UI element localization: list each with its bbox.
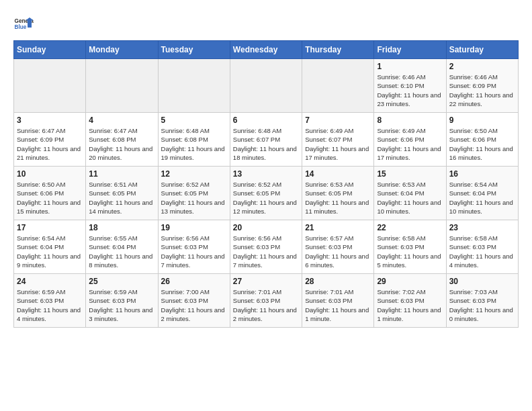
calendar-cell: 4Sunrise: 6:47 AM Sunset: 6:08 PM Daylig… [86, 113, 158, 167]
weekday-header-friday: Friday [374, 41, 446, 59]
day-number: 16 [449, 169, 515, 179]
day-number: 21 [305, 223, 371, 232]
calendar-table: SundayMondayTuesdayWednesdayThursdayFrid… [13, 40, 519, 328]
calendar-cell: 25Sunrise: 6:59 AM Sunset: 6:03 PM Dayli… [86, 274, 158, 328]
day-info: Sunrise: 6:55 AM Sunset: 6:04 PM Dayligh… [89, 234, 154, 269]
day-number: 6 [233, 116, 299, 125]
week-row-4: 17Sunrise: 6:54 AM Sunset: 6:04 PM Dayli… [14, 220, 519, 274]
calendar-cell: 14Sunrise: 6:53 AM Sunset: 6:05 PM Dayli… [302, 167, 374, 220]
calendar-cell: 8Sunrise: 6:49 AM Sunset: 6:06 PM Daylig… [374, 113, 446, 167]
day-number: 13 [233, 169, 299, 179]
calendar-cell: 26Sunrise: 7:00 AM Sunset: 6:03 PM Dayli… [158, 274, 230, 328]
day-number: 14 [305, 169, 371, 179]
day-info: Sunrise: 6:56 AM Sunset: 6:03 PM Dayligh… [161, 234, 227, 269]
day-number: 9 [449, 116, 515, 125]
day-info: Sunrise: 7:03 AM Sunset: 6:03 PM Dayligh… [449, 287, 515, 323]
day-info: Sunrise: 6:48 AM Sunset: 6:08 PM Dayligh… [161, 126, 227, 162]
calendar-cell: 12Sunrise: 6:52 AM Sunset: 6:05 PM Dayli… [158, 167, 230, 220]
day-info: Sunrise: 6:49 AM Sunset: 6:06 PM Dayligh… [377, 126, 443, 162]
day-number: 10 [17, 169, 83, 179]
day-info: Sunrise: 6:58 AM Sunset: 6:03 PM Dayligh… [377, 234, 443, 269]
calendar-cell: 15Sunrise: 6:53 AM Sunset: 6:04 PM Dayli… [374, 167, 446, 220]
day-number: 7 [305, 116, 371, 125]
svg-text:Blue: Blue [15, 24, 27, 30]
logo-icon: General Blue [13, 13, 34, 34]
day-info: Sunrise: 6:46 AM Sunset: 6:09 PM Dayligh… [449, 73, 515, 108]
day-info: Sunrise: 7:02 AM Sunset: 6:03 PM Dayligh… [377, 287, 443, 323]
day-info: Sunrise: 7:00 AM Sunset: 6:03 PM Dayligh… [161, 287, 227, 323]
calendar-cell: 20Sunrise: 6:56 AM Sunset: 6:03 PM Dayli… [230, 220, 302, 274]
day-number: 5 [161, 116, 227, 125]
calendar-cell: 16Sunrise: 6:54 AM Sunset: 6:04 PM Dayli… [446, 167, 518, 220]
day-info: Sunrise: 6:50 AM Sunset: 6:06 PM Dayligh… [17, 180, 83, 216]
day-number: 27 [233, 277, 299, 286]
day-info: Sunrise: 6:59 AM Sunset: 6:03 PM Dayligh… [17, 287, 83, 323]
calendar-cell: 6Sunrise: 6:48 AM Sunset: 6:07 PM Daylig… [230, 113, 302, 167]
day-number: 29 [377, 277, 443, 286]
day-info: Sunrise: 6:50 AM Sunset: 6:06 PM Dayligh… [449, 126, 515, 162]
calendar-cell: 28Sunrise: 7:01 AM Sunset: 6:03 PM Dayli… [302, 274, 374, 328]
day-info: Sunrise: 6:53 AM Sunset: 6:04 PM Dayligh… [377, 180, 443, 216]
day-info: Sunrise: 6:57 AM Sunset: 6:03 PM Dayligh… [305, 234, 371, 269]
day-number: 15 [377, 169, 443, 179]
calendar-cell: 21Sunrise: 6:57 AM Sunset: 6:03 PM Dayli… [302, 220, 374, 274]
calendar-cell [302, 59, 374, 113]
day-info: Sunrise: 6:46 AM Sunset: 6:10 PM Dayligh… [377, 73, 443, 108]
day-number: 4 [89, 116, 154, 125]
day-info: Sunrise: 6:59 AM Sunset: 6:03 PM Dayligh… [89, 287, 154, 323]
day-number: 2 [449, 62, 515, 71]
week-row-5: 24Sunrise: 6:59 AM Sunset: 6:03 PM Dayli… [14, 274, 519, 328]
calendar-cell: 19Sunrise: 6:56 AM Sunset: 6:03 PM Dayli… [158, 220, 230, 274]
weekday-header-monday: Monday [86, 41, 158, 59]
day-info: Sunrise: 6:56 AM Sunset: 6:03 PM Dayligh… [233, 234, 299, 269]
calendar-cell: 5Sunrise: 6:48 AM Sunset: 6:08 PM Daylig… [158, 113, 230, 167]
calendar-cell: 10Sunrise: 6:50 AM Sunset: 6:06 PM Dayli… [14, 167, 86, 220]
day-number: 24 [17, 277, 83, 286]
calendar-cell: 22Sunrise: 6:58 AM Sunset: 6:03 PM Dayli… [374, 220, 446, 274]
calendar-cell: 1Sunrise: 6:46 AM Sunset: 6:10 PM Daylig… [374, 59, 446, 113]
calendar-cell: 23Sunrise: 6:58 AM Sunset: 6:03 PM Dayli… [446, 220, 518, 274]
page-header: General Blue [13, 13, 519, 34]
day-info: Sunrise: 6:54 AM Sunset: 6:04 PM Dayligh… [17, 234, 83, 269]
day-number: 18 [89, 223, 154, 232]
calendar-cell [158, 59, 230, 113]
week-row-3: 10Sunrise: 6:50 AM Sunset: 6:06 PM Dayli… [14, 167, 519, 220]
calendar-cell: 2Sunrise: 6:46 AM Sunset: 6:09 PM Daylig… [446, 59, 518, 113]
logo: General Blue [13, 13, 34, 34]
day-info: Sunrise: 6:48 AM Sunset: 6:07 PM Dayligh… [233, 126, 299, 162]
day-number: 28 [305, 277, 371, 286]
day-number: 25 [89, 277, 154, 286]
calendar-cell: 18Sunrise: 6:55 AM Sunset: 6:04 PM Dayli… [86, 220, 158, 274]
day-number: 23 [449, 223, 515, 232]
day-number: 12 [161, 169, 227, 179]
calendar-cell: 30Sunrise: 7:03 AM Sunset: 6:03 PM Dayli… [446, 274, 518, 328]
weekday-header-thursday: Thursday [302, 41, 374, 59]
week-row-1: 1Sunrise: 6:46 AM Sunset: 6:10 PM Daylig… [14, 59, 519, 113]
day-info: Sunrise: 7:01 AM Sunset: 6:03 PM Dayligh… [305, 287, 371, 323]
calendar-cell: 7Sunrise: 6:49 AM Sunset: 6:07 PM Daylig… [302, 113, 374, 167]
weekday-header-wednesday: Wednesday [230, 41, 302, 59]
weekday-header-sunday: Sunday [14, 41, 86, 59]
calendar-cell [230, 59, 302, 113]
day-info: Sunrise: 6:52 AM Sunset: 6:05 PM Dayligh… [233, 180, 299, 216]
day-number: 22 [377, 223, 443, 232]
day-number: 17 [17, 223, 83, 232]
day-number: 11 [89, 169, 154, 179]
weekday-header-saturday: Saturday [446, 41, 518, 59]
calendar-cell [86, 59, 158, 113]
calendar-cell: 17Sunrise: 6:54 AM Sunset: 6:04 PM Dayli… [14, 220, 86, 274]
calendar-cell: 24Sunrise: 6:59 AM Sunset: 6:03 PM Dayli… [14, 274, 86, 328]
day-info: Sunrise: 7:01 AM Sunset: 6:03 PM Dayligh… [233, 287, 299, 323]
calendar-cell: 27Sunrise: 7:01 AM Sunset: 6:03 PM Dayli… [230, 274, 302, 328]
day-info: Sunrise: 6:51 AM Sunset: 6:05 PM Dayligh… [89, 180, 154, 216]
calendar-cell: 29Sunrise: 7:02 AM Sunset: 6:03 PM Dayli… [374, 274, 446, 328]
weekday-header-row: SundayMondayTuesdayWednesdayThursdayFrid… [14, 41, 519, 59]
day-number: 8 [377, 116, 443, 125]
day-info: Sunrise: 6:54 AM Sunset: 6:04 PM Dayligh… [449, 180, 515, 216]
day-number: 30 [449, 277, 515, 286]
day-number: 1 [377, 62, 443, 71]
day-number: 20 [233, 223, 299, 232]
calendar-cell: 3Sunrise: 6:47 AM Sunset: 6:09 PM Daylig… [14, 113, 86, 167]
calendar-cell: 11Sunrise: 6:51 AM Sunset: 6:05 PM Dayli… [86, 167, 158, 220]
calendar-cell [14, 59, 86, 113]
